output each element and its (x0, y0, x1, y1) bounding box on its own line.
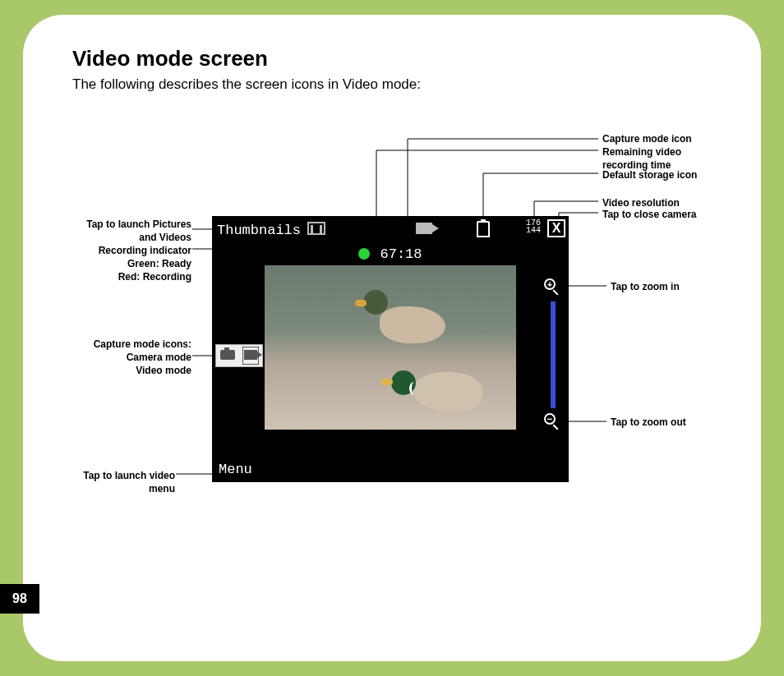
device-topbar: Thumbnails (212, 216, 569, 244)
page-title: Video mode screen (72, 46, 722, 71)
callout-line: Capture mode icons: (72, 338, 191, 351)
close-icon: X (552, 221, 561, 236)
close-camera-button[interactable]: X (547, 219, 565, 237)
zoom-in-icon: + (544, 278, 556, 290)
capture-mode-icon[interactable] (416, 223, 432, 238)
menu-button[interactable]: Menu (219, 462, 252, 477)
callout-line: Remaining video (602, 145, 681, 159)
preview-subject-2 (388, 364, 487, 421)
manual-page: Video mode screen The following describe… (23, 15, 761, 661)
remaining-time: 67:18 (380, 246, 422, 262)
camera-mode-icon[interactable] (220, 348, 235, 363)
callout-menu: Tap to launch video menu (72, 469, 175, 495)
thumbnails-button-label[interactable]: Thumbnails (217, 223, 301, 238)
zoom-out-button[interactable]: − (544, 413, 562, 431)
time-bar: 67:18 (212, 244, 569, 264)
recording-indicator-icon (358, 248, 370, 260)
zoom-slider[interactable] (551, 301, 556, 408)
callout-line: Video mode (72, 364, 191, 377)
page-number: 98 (0, 584, 39, 614)
callout-recording-indicator: Recording indicator Green: Ready Red: Re… (72, 244, 191, 284)
zoom-out-icon: − (544, 413, 556, 425)
diagram-area: Thumbnails 176 144 X 67:18 (72, 126, 722, 586)
callout-capture-modes: Capture mode icons: Camera mode Video mo… (72, 338, 191, 378)
video-mode-icon[interactable] (242, 347, 259, 365)
callout-line: Recording indicator (72, 244, 191, 257)
device-screen: Thumbnails 176 144 X 67:18 (212, 216, 569, 482)
callout-close: Tap to close camera (602, 208, 697, 221)
callout-line: Red: Recording (72, 270, 191, 283)
page-intro: The following describes the screen icons… (72, 76, 722, 93)
callout-capture-mode-icon: Capture mode icon (602, 132, 692, 145)
video-preview (265, 265, 516, 430)
resolution-bottom: 144 (526, 227, 541, 234)
zoom-in-button[interactable]: + (544, 278, 562, 297)
callout-storage: Default storage icon (602, 168, 697, 182)
capture-mode-picker[interactable] (215, 344, 263, 367)
storage-icon (477, 221, 490, 237)
callout-zoom-out: Tap to zoom out (611, 416, 686, 429)
preview-subject-1 (363, 290, 454, 347)
callout-line: Camera mode (72, 351, 191, 364)
callout-zoom-in: Tap to zoom in (611, 280, 680, 293)
callout-thumbnails: Tap to launch Pictures and Videos (72, 218, 191, 244)
thumbnails-icon[interactable] (307, 222, 325, 239)
callout-line: Green: Ready (72, 257, 191, 270)
resolution-indicator: 176 144 (526, 219, 541, 234)
